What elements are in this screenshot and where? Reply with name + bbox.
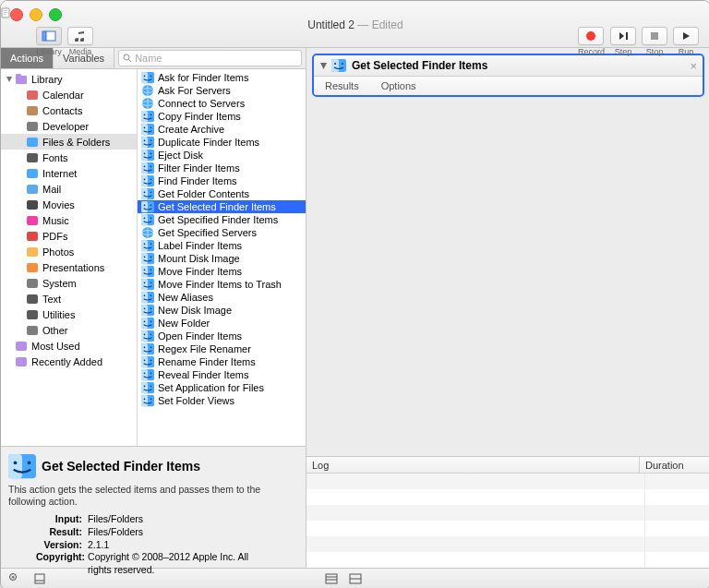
category-icon [26, 324, 39, 337]
finder-icon [141, 381, 154, 394]
action-item[interactable]: New Folder [138, 317, 306, 330]
action-item[interactable]: Set Application for Files [138, 381, 306, 394]
action-list[interactable]: Ask for Finder ItemsAsk For ServersConne… [138, 69, 306, 446]
toolbar-media[interactable]: Media [67, 27, 93, 56]
log-column-log[interactable]: Log [306, 457, 640, 473]
library-item[interactable]: Mail [1, 181, 137, 197]
toolbar-library[interactable]: Library [36, 27, 62, 56]
svg-rect-11 [651, 32, 658, 40]
action-item[interactable]: Duplicate Finder Items [138, 136, 306, 149]
finder-icon [141, 187, 154, 200]
globe-icon [141, 84, 154, 97]
finder-icon [8, 452, 36, 480]
action-item[interactable]: Copy Finder Items [138, 110, 306, 123]
svg-rect-22 [27, 185, 38, 194]
toolbar-run[interactable]: Run [673, 27, 699, 56]
svg-rect-6 [4, 12, 8, 13]
app-window: Untitled 2 — Edited Library Media Record… [0, 0, 709, 588]
library-item[interactable]: Calendar [1, 87, 137, 102]
action-item[interactable]: Move Finder Items [138, 265, 306, 278]
action-item-label: Get Specified Finder Items [158, 214, 278, 225]
library-item[interactable]: Developer [1, 118, 137, 134]
action-item[interactable]: Eject Disk [138, 149, 306, 162]
log-panel: Log Duration [306, 456, 709, 568]
action-item[interactable]: Connect to Servers [138, 97, 306, 110]
action-item[interactable]: Get Specified Finder Items [138, 213, 306, 226]
step-results-button[interactable]: Results [314, 80, 370, 91]
action-item[interactable]: Open Finder Items [138, 330, 306, 342]
workflow-step[interactable]: Get Selected Finder Items × Results Opti… [312, 54, 704, 97]
library-item[interactable]: PDFs [1, 228, 137, 244]
svg-rect-30 [27, 310, 38, 319]
finder-icon [141, 317, 154, 330]
library-item[interactable]: Other [1, 322, 137, 338]
action-item[interactable]: Regex File Renamer [138, 342, 306, 355]
library-item[interactable]: Photos [1, 244, 137, 259]
action-item[interactable]: Set Folder Views [138, 394, 306, 407]
library-source-list[interactable]: LibraryCalendarContactsDeveloperFiles & … [1, 69, 138, 446]
library-item[interactable]: Internet [1, 165, 137, 181]
svg-rect-4 [2, 8, 9, 18]
svg-rect-15 [16, 74, 21, 77]
action-item[interactable]: Create Archive [138, 123, 306, 136]
category-icon [26, 308, 39, 321]
finder-icon [141, 213, 154, 226]
action-item[interactable]: New Aliases [138, 291, 306, 304]
log-view-split-button[interactable] [348, 571, 363, 586]
toolbar-step[interactable]: Step [610, 27, 636, 56]
library-item[interactable]: Text [1, 291, 137, 306]
svg-rect-33 [16, 357, 27, 366]
svg-rect-27 [27, 263, 38, 272]
action-item[interactable]: Filter Finder Items [138, 162, 306, 174]
action-item[interactable]: New Disk Image [138, 304, 306, 317]
category-icon [26, 151, 39, 164]
action-item[interactable]: Get Folder Contents [138, 187, 306, 200]
action-item[interactable]: Get Specified Servers [138, 226, 306, 239]
step-options-button[interactable]: Options [370, 80, 427, 91]
action-item[interactable]: Get Selected Finder Items [138, 200, 306, 213]
library-item[interactable]: Music [1, 212, 137, 228]
action-item[interactable]: Move Finder Items to Trash [138, 278, 306, 291]
workflow-canvas[interactable]: Get Selected Finder Items × Results Opti… [306, 48, 709, 456]
toolbar-record[interactable]: Record [578, 27, 605, 56]
action-item[interactable]: Ask For Servers [138, 84, 306, 97]
toolbar-stop[interactable]: Stop [642, 27, 667, 56]
remove-step-button[interactable]: × [690, 59, 697, 73]
library-item[interactable]: Fonts [1, 150, 137, 165]
library-item[interactable]: Presentations [1, 259, 137, 275]
action-item-label: Filter Finder Items [158, 162, 240, 174]
finder-icon [141, 239, 154, 252]
svg-rect-32 [16, 342, 27, 351]
disclosure-triangle-icon[interactable] [319, 62, 328, 70]
library-root[interactable]: Library [1, 71, 137, 87]
action-item-label: New Disk Image [158, 305, 232, 316]
library-smart-group[interactable]: Most Used [1, 338, 137, 354]
action-item[interactable]: Ask for Finder Items [138, 71, 306, 84]
action-item[interactable]: Rename Finder Items [138, 355, 306, 368]
description-body: This action gets the selected items and … [8, 484, 298, 508]
library-smart-group[interactable]: Recently Added [1, 354, 137, 369]
library-item[interactable]: Utilities [1, 306, 137, 322]
finder-icon [141, 71, 154, 84]
log-column-duration[interactable]: Duration [640, 457, 709, 473]
document-name: Untitled 2 [307, 18, 354, 31]
action-menu-button[interactable] [8, 571, 23, 586]
action-item[interactable]: Label Finder Items [138, 239, 306, 252]
library-item[interactable]: Movies [1, 197, 137, 212]
action-item[interactable]: Mount Disk Image [138, 252, 306, 265]
finder-icon [141, 342, 154, 355]
category-icon [26, 136, 39, 149]
workflow-step-title: Get Selected Finder Items [352, 59, 690, 72]
library-item[interactable]: System [1, 275, 137, 291]
library-item[interactable]: Files & Folders [1, 134, 137, 150]
action-item[interactable]: Reveal Finder Items [138, 368, 306, 381]
search-input[interactable]: Name [118, 50, 302, 66]
document-proxy-icon[interactable] [1, 7, 709, 18]
library-item-label: Mail [42, 184, 61, 195]
log-view-list-button[interactable] [324, 571, 339, 586]
library-item[interactable]: Contacts [1, 102, 137, 118]
action-item[interactable]: Find Finder Items [138, 174, 306, 187]
finder-icon [141, 123, 154, 136]
library-item-label: Other [42, 325, 68, 336]
disclosure-triangle-icon[interactable] [5, 75, 14, 84]
